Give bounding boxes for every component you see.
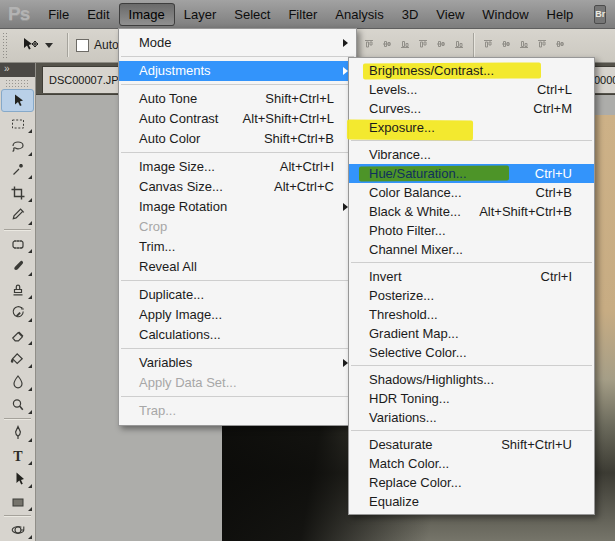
options-divider <box>473 33 474 57</box>
type-tool[interactable]: T <box>0 444 35 467</box>
menu-item-calculations[interactable]: Calculations... <box>119 325 356 345</box>
menu-item-replace-color[interactable]: Replace Color... <box>349 473 594 492</box>
current-tool-preset[interactable] <box>20 36 53 54</box>
menu-item-shortcut: Alt+Ctrl+C <box>274 177 334 197</box>
quick-selection-tool[interactable] <box>0 158 35 181</box>
path-selection-tool[interactable] <box>0 467 35 490</box>
align-top-edges-icon[interactable] <box>363 36 375 54</box>
menu-item-apply-data-set[interactable]: Apply Data Set... <box>119 373 356 393</box>
menu-item-levels[interactable]: Levels...Ctrl+L <box>349 80 594 99</box>
options-bar-grip[interactable] <box>2 32 8 58</box>
menubar-item-3d[interactable]: 3D <box>393 3 428 26</box>
menu-item-match-color[interactable]: Match Color... <box>349 454 594 473</box>
menu-item-equalize[interactable]: Equalize <box>349 492 594 511</box>
dodge-tool-icon <box>9 396 27 414</box>
menu-item-curves[interactable]: Curves...Ctrl+M <box>349 99 594 118</box>
menu-item-black-white[interactable]: Black & White...Alt+Shift+Ctrl+B <box>349 202 594 221</box>
menu-item-vibrance[interactable]: Vibrance... <box>349 145 594 164</box>
healing-brush-tool[interactable] <box>0 232 35 255</box>
menubar-item-select[interactable]: Select <box>225 3 279 26</box>
menubar-item-view[interactable]: View <box>427 3 473 26</box>
menubar-item-filter[interactable]: Filter <box>279 3 326 26</box>
menubar-item-window[interactable]: Window <box>473 3 537 26</box>
menubar-item-help[interactable]: Help <box>538 3 583 26</box>
menu-item-hue-saturation[interactable]: Hue/Saturation...Ctrl+U <box>349 164 594 183</box>
lasso-tool-icon <box>9 138 27 156</box>
menu-item-shadows-highlights[interactable]: Shadows/Highlights... <box>349 370 594 389</box>
menubar-item-edit[interactable]: Edit <box>78 3 118 26</box>
photoshop-logo: Ps <box>8 3 29 25</box>
history-brush-tool[interactable] <box>0 301 35 324</box>
launch-bridge-button[interactable]: Br <box>594 5 606 24</box>
menu-item-reveal-all[interactable]: Reveal All <box>119 257 356 277</box>
menu-item-invert[interactable]: InvertCtrl+I <box>349 267 594 286</box>
menu-item-brightness-contrast[interactable]: Brightness/Contrast... <box>349 61 594 80</box>
pen-tool[interactable] <box>0 421 35 444</box>
menu-item-trim[interactable]: Trim... <box>119 237 356 257</box>
menu-item-selective-color[interactable]: Selective Color... <box>349 343 594 362</box>
menu-item-channel-mixer[interactable]: Channel Mixer... <box>349 240 594 259</box>
menu-item-image-rotation[interactable]: Image Rotation <box>119 197 356 217</box>
align-bottom-edges-icon[interactable] <box>399 36 411 54</box>
menu-item-canvas-size[interactable]: Canvas Size...Alt+Ctrl+C <box>119 177 356 197</box>
align-left-edges-icon[interactable] <box>417 36 429 54</box>
auto-select-checkbox[interactable] <box>76 39 89 52</box>
rotate-3d-tool[interactable] <box>0 518 35 541</box>
eyedropper-tool[interactable] <box>0 204 35 227</box>
menu-item-crop[interactable]: Crop <box>119 217 356 237</box>
brush-tool-icon <box>9 258 27 276</box>
distribute-left-edges-icon[interactable] <box>536 36 548 54</box>
brush-tool[interactable] <box>0 255 35 278</box>
menu-item-trap[interactable]: Trap... <box>119 401 356 421</box>
marquee-tool[interactable] <box>0 112 35 135</box>
distribute-vertical-centers-icon[interactable] <box>500 36 512 54</box>
tool-palette-collapse-button[interactable]: » <box>0 62 35 77</box>
blur-tool[interactable] <box>0 370 35 393</box>
tool-palette-grip[interactable] <box>5 79 30 87</box>
menu-item-color-balance[interactable]: Color Balance...Ctrl+B <box>349 183 594 202</box>
menu-item-adjustments[interactable]: Adjustments <box>119 61 356 81</box>
menu-item-variations[interactable]: Variations... <box>349 408 594 427</box>
menu-item-posterize[interactable]: Posterize... <box>349 286 594 305</box>
menu-item-threshold[interactable]: Threshold... <box>349 305 594 324</box>
menu-item-gradient-map[interactable]: Gradient Map... <box>349 324 594 343</box>
menu-item-label: Image Size... <box>139 157 215 177</box>
menu-item-auto-tone[interactable]: Auto ToneShift+Ctrl+L <box>119 89 356 109</box>
dodge-tool[interactable] <box>0 393 35 416</box>
menu-item-label: Variations... <box>369 408 437 427</box>
crop-tool[interactable] <box>0 181 35 204</box>
menu-item-auto-color[interactable]: Auto ColorShift+Ctrl+B <box>119 129 356 149</box>
shape-tool[interactable] <box>0 490 35 513</box>
menubar-item-file[interactable]: File <box>39 3 78 26</box>
menubar-item-image[interactable]: Image <box>119 3 175 26</box>
menu-item-desaturate[interactable]: DesaturateShift+Ctrl+U <box>349 435 594 454</box>
lasso-tool[interactable] <box>0 135 35 158</box>
menu-item-apply-image[interactable]: Apply Image... <box>119 305 356 325</box>
align-right-edges-icon[interactable] <box>453 36 465 54</box>
tool-flyout-indicator <box>28 364 32 368</box>
menu-item-auto-contrast[interactable]: Auto ContrastAlt+Shift+Ctrl+L <box>119 109 356 129</box>
paint-bucket-tool[interactable] <box>0 347 35 370</box>
distribute-horizontal-centers-icon[interactable] <box>554 36 566 54</box>
distribute-top-edges-icon[interactable] <box>482 36 494 54</box>
align-horizontal-centers-icon[interactable] <box>435 36 447 54</box>
menubar-item-layer[interactable]: Layer <box>175 3 226 26</box>
menu-item-shortcut: Ctrl+U <box>535 164 572 183</box>
menu-item-hdr-toning[interactable]: HDR Toning... <box>349 389 594 408</box>
menu-item-photo-filter[interactable]: Photo Filter... <box>349 221 594 240</box>
eraser-tool[interactable] <box>0 324 35 347</box>
move-tool[interactable] <box>1 89 34 112</box>
menu-item-mode[interactable]: Mode <box>119 33 356 53</box>
menu-item-label: Image Rotation <box>139 197 227 217</box>
distribute-bottom-edges-icon[interactable] <box>518 36 530 54</box>
menu-item-label: HDR Toning... <box>369 389 450 408</box>
menu-item-variables[interactable]: Variables <box>119 353 356 373</box>
clone-stamp-tool[interactable] <box>0 278 35 301</box>
menu-item-duplicate[interactable]: Duplicate... <box>119 285 356 305</box>
menu-item-label: Desaturate <box>369 435 433 454</box>
menubar-item-analysis[interactable]: Analysis <box>326 3 392 26</box>
menu-item-exposure[interactable]: Exposure... <box>349 118 594 137</box>
menu-item-image-size[interactable]: Image Size...Alt+Ctrl+I <box>119 157 356 177</box>
align-vertical-centers-icon[interactable] <box>381 36 393 54</box>
document-tab[interactable]: DSC00007.JP <box>42 66 126 93</box>
